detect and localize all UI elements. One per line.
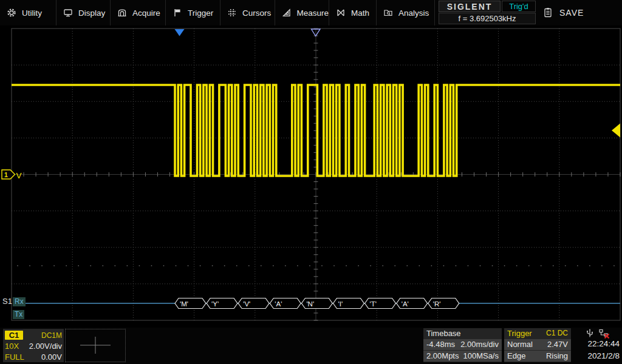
menu-label: Cursors bbox=[242, 8, 271, 18]
status-bar: C1 DC1M 10X 2.00V/div FULL 0.00V Timebas… bbox=[0, 328, 622, 364]
reference-dot bbox=[29, 265, 30, 266]
reference-dot bbox=[139, 265, 140, 266]
decode-frame-value: 'M' bbox=[180, 300, 188, 308]
decode-frame-value: 'Y' bbox=[211, 300, 219, 308]
menu-label: Math bbox=[351, 8, 369, 18]
menu-separator bbox=[434, 0, 435, 25]
reference-dot bbox=[188, 265, 189, 266]
trigger-level-marker[interactable] bbox=[612, 124, 620, 138]
reference-dot bbox=[528, 265, 530, 266]
network-disconnected-icon bbox=[598, 328, 610, 339]
menu-label: Analysis bbox=[398, 8, 429, 18]
channel-slot-placeholder bbox=[65, 329, 126, 362]
channel-scale: 2.00V/div bbox=[29, 342, 62, 351]
reference-dot bbox=[333, 265, 335, 266]
trigger-panel[interactable]: Trigger C1 DC Normal 2.47V Edge Rising bbox=[504, 328, 571, 362]
menu-item-math[interactable]: Math bbox=[329, 0, 376, 25]
crosshair-icon bbox=[66, 329, 125, 362]
reference-dot bbox=[382, 265, 383, 266]
reference-dot bbox=[541, 265, 542, 266]
channel1-offset-marker-label: 1 bbox=[4, 171, 8, 178]
flag-icon bbox=[173, 8, 182, 18]
reference-dot bbox=[468, 265, 469, 266]
usb-icon bbox=[584, 328, 595, 339]
timebase-title: Timebase bbox=[426, 328, 461, 339]
menu-label: Measure bbox=[296, 8, 329, 18]
save-icon bbox=[543, 7, 553, 18]
reference-dot bbox=[504, 265, 505, 266]
acquire-icon bbox=[117, 8, 127, 18]
menu-item-utility[interactable]: Utility bbox=[0, 0, 56, 25]
reference-dot bbox=[516, 265, 518, 266]
date-readout: 2021/2/8 bbox=[565, 350, 620, 362]
decode-tx-badge[interactable]: Tx bbox=[13, 310, 24, 319]
channel-offset: 0.00V bbox=[41, 352, 62, 362]
reference-dot bbox=[492, 265, 493, 266]
decode-bus-label: S1 bbox=[2, 297, 12, 306]
decode-frame-value: 'T' bbox=[370, 300, 377, 308]
trigger-status-badge: Trig'd bbox=[502, 1, 536, 12]
timebase-panel[interactable]: Timebase -4.48ms 2.00ms/div 2.00Mpts 100… bbox=[423, 328, 502, 362]
reference-dot bbox=[406, 265, 408, 266]
reference-dot bbox=[41, 265, 43, 266]
analysis-icon bbox=[383, 8, 393, 18]
menu-item-trigger[interactable]: Trigger bbox=[165, 0, 220, 25]
save-button[interactable]: SAVE bbox=[539, 0, 622, 25]
menu-item-display[interactable]: Display bbox=[56, 0, 110, 25]
menu-label: Display bbox=[78, 8, 105, 18]
reference-dot bbox=[163, 265, 165, 266]
reference-dot bbox=[589, 265, 590, 266]
reference-dot bbox=[431, 265, 432, 266]
reference-dot bbox=[553, 265, 554, 266]
decode-frame-value: 'R' bbox=[433, 300, 441, 308]
menu-label: Acquire bbox=[132, 8, 160, 18]
channel-coupling: DC1M bbox=[41, 331, 62, 340]
time-readout: 22:24:44 bbox=[565, 338, 620, 350]
decode-frame-value: 'N' bbox=[306, 300, 314, 308]
channel-badge: C1 bbox=[5, 331, 23, 340]
menu-item-cursors[interactable]: Cursors bbox=[220, 0, 275, 25]
reference-dot bbox=[443, 265, 445, 266]
menu-item-measure[interactable]: Measure bbox=[275, 0, 329, 25]
reference-dot bbox=[370, 265, 371, 266]
reference-dot bbox=[456, 265, 457, 266]
trigger-title: Trigger bbox=[507, 328, 532, 339]
reference-dot bbox=[577, 265, 578, 266]
reference-dot bbox=[66, 265, 67, 266]
channel-c1-panel[interactable]: C1 DC1M 10X 2.00V/div FULL 0.00V bbox=[3, 329, 64, 362]
reference-dot bbox=[17, 265, 18, 266]
trigger-source: C1 DC bbox=[546, 328, 568, 339]
menu-bar: Utility Display Acquire Trigger Cur bbox=[0, 0, 622, 25]
trigger-mode: Normal bbox=[507, 339, 533, 350]
trigger-frequency-readout: f = 3.692503kHz bbox=[439, 13, 536, 24]
reference-dot bbox=[321, 265, 323, 266]
trigger-position-marker[interactable] bbox=[175, 29, 185, 36]
decode-rx-badge[interactable]: Rx bbox=[13, 297, 26, 306]
timebase-delay: -4.48ms bbox=[426, 339, 455, 350]
cursors-icon bbox=[227, 8, 237, 18]
clock: 22:24:44 2021/2/8 bbox=[565, 338, 620, 362]
reference-dot bbox=[613, 265, 615, 266]
menu-item-analysis[interactable]: Analysis bbox=[376, 0, 434, 25]
reference-dot bbox=[394, 265, 395, 266]
reference-dot bbox=[261, 265, 262, 266]
measure-icon bbox=[282, 8, 291, 18]
reference-dot bbox=[273, 265, 274, 266]
reference-dot bbox=[151, 265, 152, 266]
channel1-unit-label: V bbox=[16, 171, 22, 180]
menu-item-acquire[interactable]: Acquire bbox=[110, 0, 165, 25]
reference-dot bbox=[248, 265, 250, 266]
timebase-memory: 2.00Mpts bbox=[426, 351, 459, 362]
reference-dot bbox=[285, 265, 286, 266]
display-icon bbox=[63, 8, 73, 18]
reference-dot bbox=[114, 265, 115, 266]
reference-dot bbox=[212, 265, 213, 266]
decode-frame-value: 'A' bbox=[402, 300, 409, 308]
trigger-type: Edge bbox=[507, 351, 525, 362]
decode-frame-value: 'V' bbox=[243, 300, 250, 308]
waveform-display: 'M''Y''V''A''N''I''T''A''R'1V bbox=[0, 0, 622, 364]
reference-dot bbox=[126, 265, 128, 266]
menu-label: Utility bbox=[22, 8, 42, 18]
decode-frame-value: 'A' bbox=[275, 300, 282, 308]
reference-dot bbox=[90, 265, 91, 266]
